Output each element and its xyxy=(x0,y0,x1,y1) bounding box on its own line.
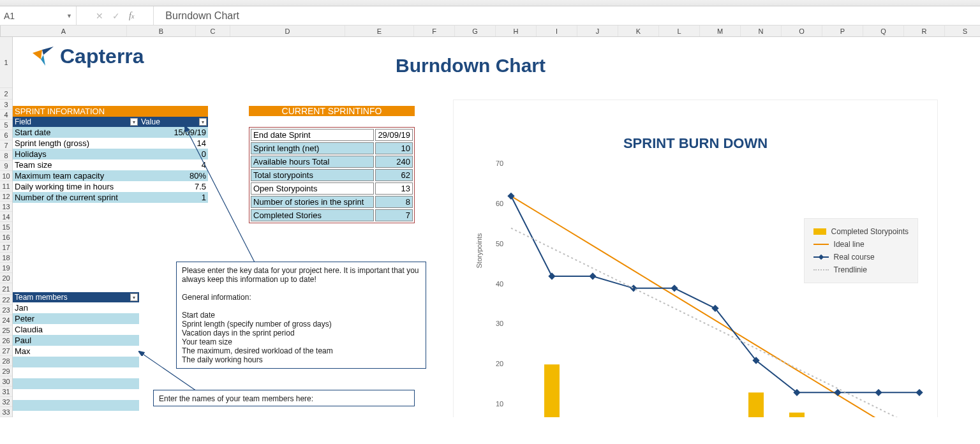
cell[interactable]: Holidays xyxy=(13,149,139,159)
cell[interactable] xyxy=(13,389,139,400)
cell[interactable]: 7 xyxy=(375,209,413,221)
formula-text[interactable]: Burndown Chart xyxy=(154,10,239,22)
bar[interactable] xyxy=(789,413,805,417)
confirm-icon[interactable]: ✓ xyxy=(112,11,120,21)
col-header[interactable]: L xyxy=(659,26,700,36)
fx-icon[interactable]: fx xyxy=(129,11,134,21)
cell[interactable]: Sprint length (gross) xyxy=(13,138,139,149)
cell[interactable] xyxy=(13,367,139,378)
cell[interactable]: 13 xyxy=(375,182,413,195)
row-header[interactable]: 14 xyxy=(0,212,12,222)
filter-icon[interactable]: ▾ xyxy=(130,118,138,126)
marker-diamond[interactable] xyxy=(589,272,596,279)
chart-area[interactable]: SPRINT BURN DOWN Storypoints Tage Comple… xyxy=(453,100,938,417)
row-header[interactable]: 20 xyxy=(0,273,12,283)
col-header[interactable]: C xyxy=(196,26,230,36)
row-header[interactable]: 24 xyxy=(0,315,12,325)
col-header[interactable]: O xyxy=(782,26,822,36)
row-header[interactable]: 11 xyxy=(0,181,12,191)
col-header[interactable]: I xyxy=(537,26,577,36)
row-header[interactable]: 9 xyxy=(0,161,12,171)
cell[interactable]: 29/09/19 xyxy=(375,129,413,141)
cell[interactable]: Jan xyxy=(13,302,139,313)
cell[interactable] xyxy=(13,400,139,411)
row-header[interactable]: 12 xyxy=(0,191,12,202)
bar[interactable] xyxy=(748,392,764,417)
row-header[interactable]: 30 xyxy=(0,376,12,387)
row-header[interactable]: 23 xyxy=(0,305,12,315)
row-header[interactable]: 25 xyxy=(0,325,12,336)
cell[interactable] xyxy=(13,411,139,417)
series-line[interactable] xyxy=(511,228,919,417)
row-header[interactable]: 27 xyxy=(0,346,12,356)
cell[interactable]: 62 xyxy=(375,169,413,181)
row-header[interactable]: 13 xyxy=(0,202,12,212)
cell[interactable]: Peter xyxy=(13,313,139,324)
row-header[interactable]: 4 xyxy=(0,110,12,120)
row-header[interactable]: 3 xyxy=(0,100,12,110)
col-header[interactable]: D xyxy=(230,26,345,36)
row-header[interactable]: 31 xyxy=(0,387,12,397)
col-header[interactable]: F xyxy=(414,26,455,36)
cell[interactable]: Team size xyxy=(13,159,139,170)
row-header[interactable]: 19 xyxy=(0,263,12,273)
col-header[interactable]: Q xyxy=(863,26,904,36)
row-header[interactable]: 17 xyxy=(0,242,12,253)
row-header[interactable]: 33 xyxy=(0,407,12,417)
cell[interactable]: Claudia xyxy=(13,324,139,335)
cell[interactable]: 240 xyxy=(375,156,413,168)
cell[interactable] xyxy=(13,357,139,367)
col-header[interactable]: E xyxy=(345,26,414,36)
marker-diamond[interactable] xyxy=(671,285,678,292)
col-header[interactable]: R xyxy=(904,26,945,36)
col-header[interactable]: N xyxy=(741,26,782,36)
cell[interactable]: 10 xyxy=(375,142,413,154)
marker-diamond[interactable] xyxy=(507,193,514,200)
logo: Capterra xyxy=(29,43,144,69)
row-header[interactable]: 28 xyxy=(0,356,12,366)
name-box[interactable]: A1 ▼ xyxy=(0,6,77,25)
marker-diamond[interactable] xyxy=(548,272,555,279)
cell[interactable]: 8 xyxy=(375,196,413,208)
cell[interactable]: Paul xyxy=(13,335,139,346)
row-header[interactable]: 10 xyxy=(0,171,12,181)
row-header[interactable]: 22 xyxy=(0,295,12,305)
row-header[interactable]: 5 xyxy=(0,120,12,130)
cancel-icon[interactable]: ✕ xyxy=(96,11,103,21)
col-header[interactable]: J xyxy=(577,26,618,36)
marker-diamond[interactable] xyxy=(630,285,637,292)
row-header[interactable]: 18 xyxy=(0,253,12,263)
row-header[interactable]: 8 xyxy=(0,151,12,161)
cell[interactable]: Daily working time in hours xyxy=(13,181,139,192)
col-header[interactable]: G xyxy=(455,26,496,36)
col-header[interactable]: P xyxy=(822,26,863,36)
row-header[interactable]: 26 xyxy=(0,336,12,346)
row-header[interactable]: 6 xyxy=(0,130,12,140)
filter-icon[interactable]: ▾ xyxy=(130,293,138,301)
row-header[interactable]: 29 xyxy=(0,366,12,376)
chevron-down-icon[interactable]: ▼ xyxy=(66,13,72,19)
cell[interactable] xyxy=(13,378,139,389)
sheet-content[interactable]: Capterra Burndown Chart SPRINT INFORMATI… xyxy=(13,37,980,417)
row-header[interactable]: 1 xyxy=(0,37,12,88)
col-header[interactable]: M xyxy=(700,26,741,36)
col-header[interactable]: K xyxy=(618,26,659,36)
cell[interactable]: Start date xyxy=(13,127,139,138)
col-header[interactable]: H xyxy=(496,26,537,36)
row-header[interactable]: 15 xyxy=(0,222,12,232)
cell[interactable]: Max xyxy=(13,346,139,357)
col-header[interactable]: S xyxy=(945,26,980,36)
bar[interactable] xyxy=(544,364,560,417)
row-header[interactable]: 7 xyxy=(0,140,12,151)
row-header[interactable]: 16 xyxy=(0,232,12,242)
marker-diamond[interactable] xyxy=(875,389,882,396)
row-header[interactable]: 2 xyxy=(0,88,12,100)
row-header[interactable]: 32 xyxy=(0,397,12,407)
cell[interactable]: Number of the current sprint xyxy=(13,192,139,203)
row-header[interactable]: 21 xyxy=(0,283,12,295)
col-header[interactable]: A xyxy=(1,26,127,36)
cell[interactable]: Maximum team capacity xyxy=(13,170,139,181)
series-line[interactable] xyxy=(511,196,919,392)
marker-diamond[interactable] xyxy=(916,389,923,396)
col-header[interactable]: B xyxy=(127,26,196,36)
